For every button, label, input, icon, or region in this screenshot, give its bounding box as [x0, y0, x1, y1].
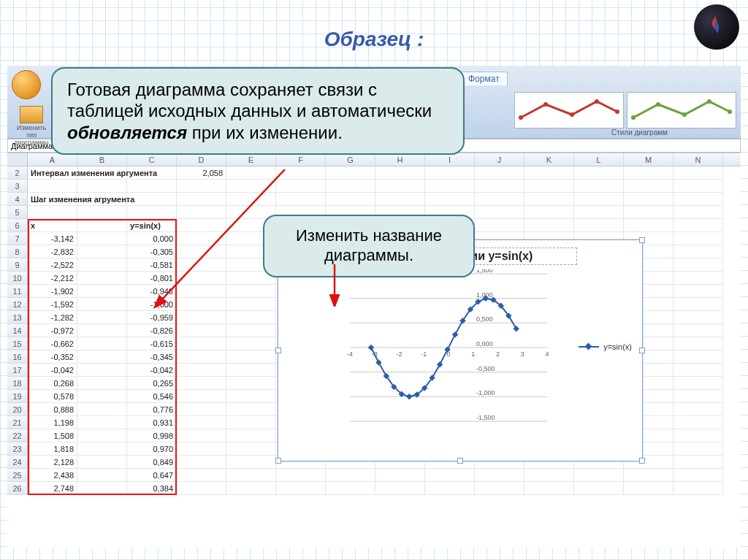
- cell[interactable]: [77, 272, 127, 285]
- cell[interactable]: [226, 350, 276, 364]
- row-header[interactable]: 17: [7, 364, 28, 377]
- cell[interactable]: [77, 364, 127, 377]
- cell[interactable]: [624, 180, 673, 193]
- cell[interactable]: [276, 469, 326, 482]
- cell[interactable]: -0,345: [127, 350, 177, 364]
- cell[interactable]: [77, 403, 127, 416]
- cell[interactable]: [177, 442, 226, 456]
- cell[interactable]: [77, 258, 127, 272]
- cell[interactable]: 2,128: [28, 456, 77, 469]
- cell[interactable]: [574, 219, 624, 232]
- column-header[interactable]: K: [524, 153, 574, 166]
- cell[interactable]: -1,592: [28, 298, 77, 311]
- cell[interactable]: [177, 350, 226, 364]
- cell[interactable]: [77, 311, 127, 324]
- cell[interactable]: [226, 456, 276, 469]
- cell[interactable]: [574, 193, 624, 206]
- cell[interactable]: [524, 482, 574, 495]
- cell[interactable]: [276, 193, 326, 206]
- row-header[interactable]: 20: [7, 403, 28, 416]
- cell[interactable]: 0,647: [127, 469, 177, 482]
- cell[interactable]: 0,384: [127, 482, 177, 495]
- cell[interactable]: [524, 469, 574, 482]
- column-header[interactable]: H: [375, 153, 425, 166]
- cell[interactable]: [475, 469, 524, 482]
- cell[interactable]: 0,970: [127, 442, 177, 456]
- select-all-cell[interactable]: [7, 153, 28, 166]
- cell[interactable]: [77, 377, 127, 390]
- cell[interactable]: 2,438: [28, 469, 77, 482]
- cell[interactable]: [177, 403, 226, 416]
- cell[interactable]: [574, 482, 624, 495]
- cell[interactable]: [226, 442, 276, 456]
- cell[interactable]: [177, 193, 226, 206]
- cell[interactable]: [177, 337, 226, 350]
- chart-legend[interactable]: y=sin(x): [579, 342, 632, 351]
- cell[interactable]: [475, 219, 524, 232]
- resize-handle[interactable]: [639, 237, 645, 243]
- cell[interactable]: [226, 390, 276, 403]
- cell[interactable]: 0,268: [28, 377, 77, 390]
- cell[interactable]: 2,058: [177, 166, 226, 180]
- cell[interactable]: [574, 180, 624, 193]
- cell[interactable]: [226, 429, 276, 442]
- tab-format[interactable]: Формат: [460, 72, 508, 85]
- column-header[interactable]: I: [425, 153, 475, 166]
- cell[interactable]: [673, 377, 723, 390]
- cell[interactable]: [226, 469, 276, 482]
- cell[interactable]: [226, 482, 276, 495]
- cell[interactable]: [77, 350, 127, 364]
- cell[interactable]: [177, 482, 226, 495]
- cell[interactable]: [673, 272, 723, 285]
- cell[interactable]: [425, 193, 475, 206]
- cell[interactable]: [475, 482, 524, 495]
- chart-style-option-1[interactable]: [514, 92, 624, 129]
- worksheet-grid[interactable]: ABCDEFGHIJKLMN 2Интервал изменения аргум…: [7, 153, 741, 548]
- cell[interactable]: [673, 324, 723, 337]
- cell[interactable]: [425, 469, 475, 482]
- cell[interactable]: [326, 166, 375, 180]
- cell[interactable]: -0,662: [28, 337, 77, 350]
- chart-style-option-2[interactable]: [627, 92, 736, 129]
- cell[interactable]: x: [28, 219, 77, 232]
- row-header[interactable]: 16: [7, 350, 28, 364]
- cell[interactable]: [77, 285, 127, 298]
- cell[interactable]: [177, 416, 226, 429]
- cell[interactable]: [177, 219, 226, 232]
- row-header[interactable]: 12: [7, 298, 28, 311]
- cell[interactable]: [77, 469, 127, 482]
- cell[interactable]: [77, 482, 127, 495]
- resize-handle[interactable]: [639, 458, 645, 464]
- cell[interactable]: [673, 232, 723, 245]
- row-header[interactable]: 2: [7, 166, 28, 180]
- row-header[interactable]: 14: [7, 324, 28, 337]
- row-header[interactable]: 15: [7, 337, 28, 350]
- cell[interactable]: [624, 193, 673, 206]
- cell[interactable]: 2,748: [28, 482, 77, 495]
- cell[interactable]: 0,776: [127, 403, 177, 416]
- cell[interactable]: -2,522: [28, 258, 77, 272]
- column-header[interactable]: G: [326, 153, 375, 166]
- row-header[interactable]: 3: [7, 180, 28, 193]
- cell[interactable]: -3,142: [28, 232, 77, 245]
- cell[interactable]: [673, 245, 723, 258]
- row-header[interactable]: 26: [7, 482, 28, 495]
- cell[interactable]: 0,265: [127, 377, 177, 390]
- cell[interactable]: [375, 180, 425, 193]
- cell[interactable]: [77, 416, 127, 429]
- cell[interactable]: [624, 166, 673, 180]
- cell[interactable]: [326, 482, 375, 495]
- column-header[interactable]: E: [226, 153, 276, 166]
- cell[interactable]: -0,615: [127, 337, 177, 350]
- resize-handle[interactable]: [457, 458, 463, 464]
- cell[interactable]: [77, 232, 127, 245]
- cell[interactable]: y=sin(x): [127, 219, 177, 232]
- cell[interactable]: [524, 180, 574, 193]
- cell[interactable]: -0,826: [127, 324, 177, 337]
- cell[interactable]: [475, 166, 524, 180]
- cell[interactable]: [226, 166, 276, 180]
- cell[interactable]: 1,508: [28, 429, 77, 442]
- cell[interactable]: 1,198: [28, 416, 77, 429]
- cell[interactable]: [326, 469, 375, 482]
- cell[interactable]: 0,546: [127, 390, 177, 403]
